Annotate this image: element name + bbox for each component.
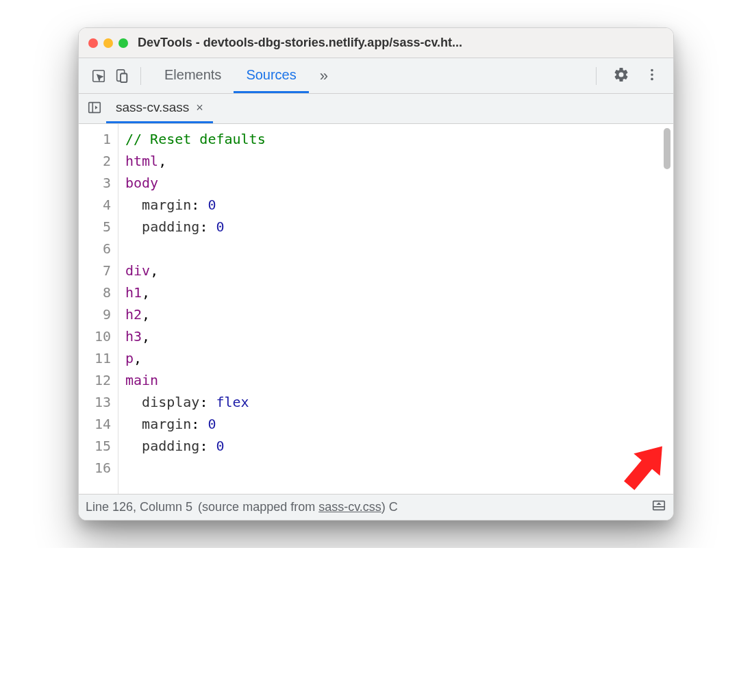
line-number: 11: [79, 347, 111, 369]
device-toolbar-icon[interactable]: [110, 64, 134, 88]
svg-point-6: [651, 77, 653, 80]
more-tabs-icon[interactable]: »: [313, 67, 335, 85]
file-tab-name: sass-cv.sass: [116, 100, 189, 115]
line-number: 9: [79, 303, 111, 325]
file-tab-sass-cv[interactable]: sass-cv.sass ×: [106, 94, 213, 123]
code-editor[interactable]: // Reset defaultshtml,body margin: 0 pad…: [118, 124, 673, 494]
code-line[interactable]: padding: 0: [125, 435, 673, 457]
line-number: 1: [79, 128, 111, 150]
line-number: 16: [79, 457, 111, 479]
inspect-element-icon[interactable]: [87, 64, 110, 88]
line-number: 3: [79, 172, 111, 194]
line-number: 7: [79, 260, 111, 282]
source-map-info: (source mapped from sass-cv.css) C: [198, 500, 398, 514]
line-number: 5: [79, 216, 111, 238]
code-line[interactable]: html,: [125, 150, 673, 172]
editor-area: 12345678910111213141516 // Reset default…: [79, 124, 673, 494]
code-line[interactable]: p,: [125, 347, 673, 369]
code-line[interactable]: [125, 238, 673, 260]
code-line[interactable]: // Reset defaults: [125, 128, 673, 150]
window-title: DevTools - devtools-dbg-stories.netlify.…: [138, 36, 664, 50]
code-line[interactable]: body: [125, 172, 673, 194]
code-line[interactable]: h3,: [125, 325, 673, 347]
code-line[interactable]: div,: [125, 260, 673, 282]
file-tabs-row: sass-cv.sass ×: [79, 94, 673, 124]
line-gutter: 12345678910111213141516: [79, 124, 118, 494]
maximize-window-button[interactable]: [118, 38, 128, 48]
line-number: 10: [79, 325, 111, 347]
line-number: 2: [79, 150, 111, 172]
window-controls: [88, 38, 128, 48]
minimize-window-button[interactable]: [103, 38, 113, 48]
tab-elements[interactable]: Elements: [152, 58, 234, 93]
svg-rect-2: [121, 73, 127, 82]
scrollbar-thumb[interactable]: [664, 128, 670, 169]
code-line[interactable]: padding: 0: [125, 216, 673, 238]
code-line[interactable]: margin: 0: [125, 413, 673, 435]
code-line[interactable]: main: [125, 369, 673, 391]
more-options-icon[interactable]: [639, 64, 665, 88]
line-number: 13: [79, 391, 111, 413]
settings-gear-icon[interactable]: [607, 64, 635, 88]
code-line[interactable]: margin: 0: [125, 194, 673, 216]
svg-rect-7: [89, 102, 101, 112]
separator: [140, 67, 141, 85]
devtools-window: DevTools - devtools-dbg-stories.netlify.…: [78, 27, 674, 521]
code-line[interactable]: display: flex: [125, 391, 673, 413]
close-tab-icon[interactable]: ×: [196, 101, 203, 115]
line-number: 4: [79, 194, 111, 216]
drawer-toggle-icon[interactable]: [651, 498, 666, 516]
cursor-position: Line 126, Column 5: [86, 500, 192, 514]
code-line[interactable]: [125, 457, 673, 479]
svg-point-4: [651, 68, 653, 71]
toolbar: Elements Sources »: [79, 58, 673, 94]
line-number: 6: [79, 238, 111, 260]
line-number: 8: [79, 282, 111, 303]
tab-sources[interactable]: Sources: [234, 58, 308, 93]
statusbar: Line 126, Column 5 (source mapped from s…: [79, 494, 673, 520]
svg-point-5: [651, 73, 653, 76]
navigator-toggle-icon[interactable]: [83, 100, 106, 118]
line-number: 12: [79, 369, 111, 391]
code-line[interactable]: h2,: [125, 303, 673, 325]
main-tabs: Elements Sources: [152, 58, 309, 93]
separator: [596, 67, 597, 85]
source-map-link[interactable]: sass-cv.css: [318, 500, 381, 514]
code-line[interactable]: h1,: [125, 282, 673, 303]
titlebar: DevTools - devtools-dbg-stories.netlify.…: [79, 28, 673, 58]
line-number: 14: [79, 413, 111, 435]
close-window-button[interactable]: [88, 38, 98, 48]
line-number: 15: [79, 435, 111, 457]
